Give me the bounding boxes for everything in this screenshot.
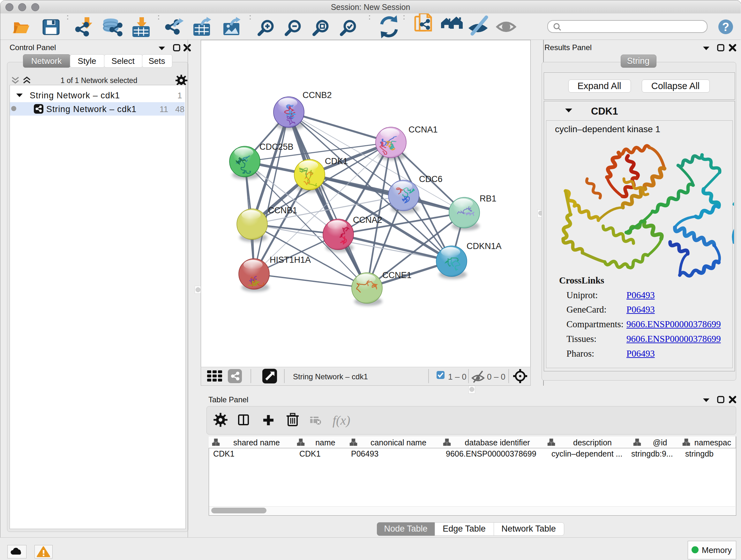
svg-text:?: ? [722,20,729,34]
svg-text:CDC6: CDC6 [419,174,443,184]
svg-text:HIST1H1A: HIST1H1A [270,255,311,265]
svg-text:RB1: RB1 [480,194,496,203]
svg-text:CCNA1: CCNA1 [408,125,438,134]
svg-text:CDKN1A: CDKN1A [467,241,502,251]
svg-text:f(x): f(x) [333,413,350,428]
svg-text:CDC25B: CDC25B [259,142,293,152]
svg-text:CDK1: CDK1 [325,157,348,166]
svg-text:CCNB1: CCNB1 [268,206,297,215]
svg-text:CCNE1: CCNE1 [382,270,412,280]
svg-text:CCNA2: CCNA2 [353,215,382,225]
svg-text:CCNB2: CCNB2 [302,90,332,100]
